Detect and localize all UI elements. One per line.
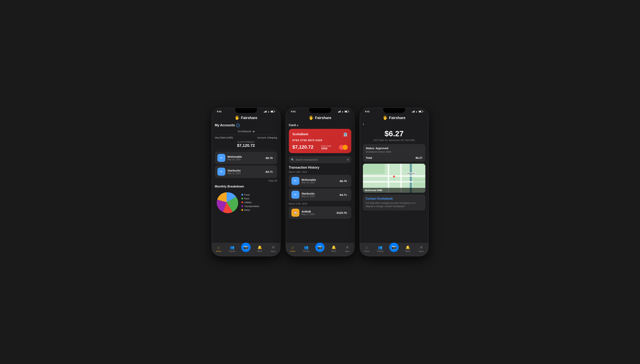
more-label-3: More (419, 250, 424, 252)
home-label-2: Home (290, 250, 295, 252)
contact-section: Contact Scotiabank For help with a charg… (363, 194, 425, 210)
date-header-2: March 17th, 2024 (289, 202, 351, 205)
tx-icon-mcdonalds-2: ✂ (292, 177, 300, 185)
detail-total-val: $6.27 (416, 156, 422, 159)
nav-camera-3[interactable]: 📷 (389, 242, 399, 252)
groups-label-1: Groups (229, 250, 236, 252)
app-logo-3: 🖐️ (383, 116, 388, 120)
nav-more-2[interactable]: ≡ More (343, 245, 352, 252)
app-header-1: 🖐️ Fairshare (212, 114, 280, 122)
card-logo-icon: 🏦 (343, 132, 348, 136)
content-3: ‹ $6.27 1527 Main St, Vancouver, BC V6A … (360, 122, 428, 243)
balance-label: Current Balance (215, 140, 277, 143)
app-header-3: 🖐️ Fairshare (360, 114, 428, 122)
legend-dot-transportation (241, 205, 243, 207)
nav-alerts-2[interactable]: 🔔 Alerts (329, 245, 338, 252)
nav-more-1[interactable]: ≡ More (269, 245, 278, 252)
chart-area: Food Rent Utilities Transportation (215, 190, 277, 214)
bank-card[interactable]: ScotiaBank 🏦 8763 2736 9873 0329 $7,120.… (289, 129, 351, 153)
detail-total-label: Total (366, 156, 372, 159)
tx-info-mcdonalds-1: McDonalds May 14, 2024 (228, 155, 265, 161)
legend-utilities: Utilities (241, 201, 259, 204)
filter-icon: ⚙ (346, 158, 349, 161)
home-label-3: Home (364, 250, 369, 252)
detail-amount: $6.27 (363, 130, 425, 138)
card-section-header: Card ▶ (289, 124, 351, 127)
tx-row-airbnb[interactable]: 🏠 AirBnB May 17, 2024 -$120.76 › (289, 206, 351, 219)
detail-address: 1527 Main St, Vancouver, BC V6A 2W5 (363, 139, 425, 142)
alerts-icon-1: 🔔 (258, 245, 262, 250)
app-logo-2: 🖐️ (309, 116, 314, 120)
tx-chevron-mcdonalds-2: › (348, 180, 349, 182)
home-icon-1: ⌂ (218, 245, 220, 250)
tx-name-mcdonalds-1: McDonalds (228, 155, 265, 158)
tx-chevron-starbucks-1: › (274, 170, 275, 173)
accounts-header: My Accounts + (215, 124, 277, 127)
map-green-2 (413, 178, 425, 187)
wifi-icon-2: ▲ (342, 110, 344, 113)
tx-chevron-mcdonalds-1: › (274, 156, 275, 159)
tx-name-starbucks-2: Starbucks (302, 192, 339, 195)
groups-icon-3: 👥 (378, 245, 382, 250)
camera-icon-2: 📷 (318, 245, 322, 250)
nav-camera-1[interactable]: 📷 (241, 242, 250, 252)
tx-date-airbnb: May 17, 2024 (302, 213, 336, 216)
balance-amount: $7,120.72 (215, 143, 277, 148)
tx-icon-mcdonalds-1: ✂ (218, 154, 225, 162)
notch-2 (309, 108, 331, 113)
tx-date-mcdonalds-2: May 18, 2024 (302, 181, 339, 184)
nav-groups-3[interactable]: 👥 Groups (376, 245, 385, 252)
nav-home-3[interactable]: ⌂ Home (362, 245, 371, 252)
search-bar[interactable]: 🔍 Search transactions ⚙ (289, 156, 351, 163)
tx-icon-starbucks-1: ✂ (218, 168, 225, 176)
add-account-button[interactable]: + (236, 124, 240, 127)
signal-icon-3 (412, 110, 415, 112)
signal-icon-2 (338, 110, 340, 112)
app-title-2: Fairshare (315, 116, 331, 120)
tx-history-title: Transaction History (289, 166, 351, 170)
app-title-3: Fairshare (389, 116, 406, 120)
battery-icon-2 (344, 110, 349, 112)
tx-amount-mcdonalds-1: -$6.76 (265, 156, 273, 160)
groups-label-2: Groups (303, 250, 310, 252)
nav-more-3[interactable]: ≡ More (417, 245, 426, 252)
signal-icon-1 (264, 110, 266, 112)
mastercard-icon (339, 145, 348, 150)
pie-chart (215, 190, 238, 214)
nav-groups-1[interactable]: 👥 Groups (228, 245, 237, 252)
nav-groups-2[interactable]: 👥 Groups (302, 245, 311, 252)
tx-icon-airbnb: 🏠 (292, 209, 300, 217)
nav-alerts-3[interactable]: 🔔 Alerts (403, 245, 412, 252)
tx-row-mcdonalds-1[interactable]: ✂ McDonalds May 14, 2024 -$6.76 › (215, 152, 277, 164)
tx-row-starbucks-2[interactable]: ✂ Starbucks May 18, 2024 -$4.71 › (289, 188, 351, 201)
notch-3 (383, 108, 405, 113)
tx-info-starbucks-1: Starbucks May 13, 2024 (228, 169, 265, 174)
card-bank-row: ScotiaBank 🏦 (292, 132, 348, 136)
legend-dot-utilities (241, 202, 243, 203)
legend-dot-rent (241, 198, 243, 200)
camera-icon-1: 📷 (244, 245, 248, 250)
tx-row-mcdonalds-2[interactable]: ✂ McDonalds May 18, 2024 -$6.76 › (289, 175, 351, 187)
view-all-link[interactable]: View All (215, 179, 277, 182)
tx-row-starbucks-1[interactable]: ✂ Starbucks May 13, 2024 -$4.71 › (215, 166, 277, 178)
legend-dot-food (241, 194, 243, 196)
tx-info-starbucks-2: Starbucks May 18, 2024 (302, 192, 339, 198)
tx-chevron-airbnb: › (348, 211, 349, 214)
detail-subtitle: Scotiabank Interac debit (366, 150, 422, 153)
nav-home-1[interactable]: ⌂ Home (214, 245, 223, 252)
nav-alerts-1[interactable]: 🔔 Alerts (255, 245, 264, 252)
battery-icon-3 (418, 110, 423, 112)
phone-2: 9:41 ▲ 🖐️ Fairshare Card ▶ (286, 108, 354, 256)
tx-name-starbucks-1: Starbucks (228, 169, 265, 172)
home-icon-2: ⌂ (292, 245, 294, 250)
card-bottom-row: $7,120.72 Expiry Date 10/28 (292, 144, 348, 150)
monthly-breakdown-title: Monthly Breakdown (215, 185, 277, 188)
camera-icon-3: 📷 (392, 245, 396, 250)
tx-info-airbnb: AirBnB May 17, 2024 (302, 210, 336, 216)
nav-camera-2[interactable]: 📷 (315, 242, 325, 252)
groups-icon-1: 👥 (230, 245, 234, 250)
back-button[interactable]: ‹ (363, 122, 364, 126)
nav-home-2[interactable]: ⌂ Home (288, 245, 297, 252)
app-header-2: 🖐️ Fairshare (286, 114, 354, 122)
contact-title[interactable]: Contact Scotiabank (366, 197, 422, 200)
